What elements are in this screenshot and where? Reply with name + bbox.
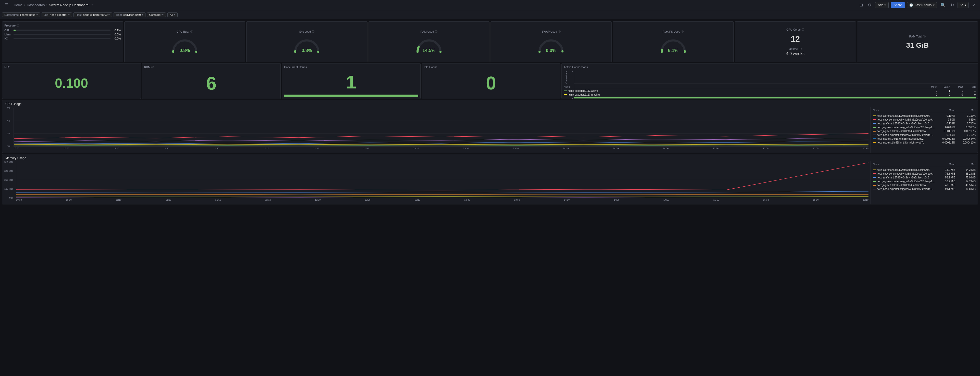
ram-total-panel: RAM Total ⓘ 31 GiB xyxy=(857,21,978,62)
share-button[interactable]: Share xyxy=(891,2,905,8)
pressure-info-icon[interactable]: ⓘ xyxy=(17,24,19,27)
container-chevron: ▾ xyxy=(162,14,164,16)
memory-usage-header: Memory Usage xyxy=(2,154,978,161)
swap-used-value: 0.0% xyxy=(546,48,556,53)
host1-chevron: ▾ xyxy=(108,14,110,16)
all-filter[interactable]: All ▾ xyxy=(167,13,177,17)
dashboard: Pressure ⓘ CPU 0.1% Mem 0.0% I/O xyxy=(0,19,980,208)
sys-load-gauge: 0.8% xyxy=(293,36,321,54)
pressure-title: Pressure ⓘ xyxy=(4,24,121,27)
job-label: Job xyxy=(44,13,48,16)
host1-value: node-exporter:9100 xyxy=(83,13,107,16)
host2-value: cadvisor:8080 xyxy=(123,13,141,16)
conns-bar xyxy=(284,95,418,97)
datasource-filter[interactable]: Datasource Prometheus ▾ xyxy=(2,13,40,17)
cpu-usage-legend: Name Mean Max notz_alertmanager.1.w7fga4… xyxy=(870,107,978,153)
rps-panel: RPS 0.100 xyxy=(2,63,141,99)
pressure-io-value: 0.0% xyxy=(112,37,121,40)
expand-icon[interactable]: ⤢ xyxy=(970,2,977,8)
time-range-chevron: ▾ xyxy=(933,3,935,7)
datasource-label: Datasource xyxy=(4,13,19,16)
cpu-busy-info-icon[interactable]: ⓘ xyxy=(190,30,193,33)
refresh-icon[interactable]: ↻ xyxy=(949,2,956,8)
concurrent-conns-title: Concurrent Conns xyxy=(284,65,418,68)
memory-legend: Name Mean Max notz_alertmanager.1.w7fga4… xyxy=(870,161,978,204)
add-label: Add xyxy=(878,3,883,7)
ram-total-value: 31 GiB xyxy=(906,42,929,49)
pressure-cpu-bar-container xyxy=(14,30,110,31)
cpu-legend-row-0: notz_alertmanager.1.w7fga4gfridxg0j20xhj… xyxy=(873,114,976,118)
menu-icon[interactable]: ☰ xyxy=(3,2,10,8)
topbar: ☰ Home › Dashboards › Swarm Node.js Dash… xyxy=(0,0,980,10)
root-fs-gauge: 6.1% xyxy=(659,36,687,54)
host1-filter[interactable]: Host node-exporter:9100 ▾ xyxy=(73,13,112,17)
rpm-value: 6 xyxy=(144,71,278,97)
pressure-panel: Pressure ⓘ CPU 0.1% Mem 0.0% I/O xyxy=(2,21,123,62)
clock-icon: 🕐 xyxy=(909,3,913,7)
job-value: node-exporter xyxy=(50,13,67,16)
cpu-busy-value: 0.8% xyxy=(180,48,190,53)
datasource-chevron: ▾ xyxy=(37,14,38,16)
cpu-legend-header: Name Mean Max xyxy=(873,109,976,113)
breadcrumb-sep1: › xyxy=(24,3,25,7)
cpu-legend-row-1: notz_cadvisor.snjggw9w3bt8rim620pbwfp10.… xyxy=(873,118,976,122)
time-range-picker[interactable]: 🕐 Last 6 hours ▾ xyxy=(907,2,937,8)
mem-legend-row-4: notz_nginx.1.h9m25i6p3t8nfhd8ul37m0oco 4… xyxy=(873,183,976,187)
ram-used-panel: RAM Used ⓘ 14.5% xyxy=(369,21,490,62)
memory-svg xyxy=(16,162,869,198)
add-button[interactable]: Add ▾ xyxy=(875,2,889,8)
favorite-icon[interactable]: ☆ xyxy=(91,3,94,7)
add-chevron: ▾ xyxy=(884,3,886,7)
active-connections-panel: Active Connections Connections 2 1 xyxy=(562,63,978,99)
concurrent-conns-value: 1 xyxy=(284,70,418,95)
sys-load-info-icon[interactable]: ⓘ xyxy=(312,30,314,33)
cpu-legend-row-3: notz_nginx-exporter.snjggw9w3bt8rim620pb… xyxy=(873,125,976,129)
cpu-usage-header: CPU Usage xyxy=(2,100,978,107)
pressure-mem-bar-container xyxy=(14,34,110,35)
container-filter[interactable]: Container ▾ xyxy=(147,13,166,17)
refresh-interval-label: 5s xyxy=(960,3,963,7)
cpu-usage-body: 6% 4% 2% 0% xyxy=(2,107,978,153)
swap-used-info-icon[interactable]: ⓘ xyxy=(558,30,561,33)
refresh-chevron: ▾ xyxy=(965,3,966,7)
settings-icon[interactable]: ⚙ xyxy=(866,2,873,8)
breadcrumb-dashboards[interactable]: Dashboards xyxy=(27,3,45,7)
pressure-mem-label: Mem xyxy=(4,33,12,36)
container-label: Container xyxy=(149,13,162,16)
host2-filter[interactable]: Host cadvisor:8080 ▾ xyxy=(114,13,145,17)
job-filter[interactable]: Job node-exporter ▾ xyxy=(41,13,72,17)
mem-legend-row-2: notz_grafana.1.37689k3s9m4y7u5x3scsrd0s8… xyxy=(873,176,976,179)
tv-icon[interactable]: ⊡ xyxy=(858,2,864,8)
ram-total-title: RAM Total ⓘ xyxy=(909,35,926,38)
ac-chart-svg xyxy=(574,70,976,99)
cpu-legend-row-7: notz_nodejs.2.in45l!amt|fkhmxivhhxvbb7d … xyxy=(873,141,976,144)
all-chevron: ▾ xyxy=(174,14,175,16)
swap-used-panel: SWAP Used ⓘ 0.0% xyxy=(490,21,612,62)
pressure-io-row: I/O 0.0% xyxy=(4,37,121,40)
cpu-usage-chart-area: 6% 4% 2% 0% xyxy=(2,107,870,153)
sys-load-title: Sys Load ⓘ xyxy=(299,30,314,33)
sys-load-panel: Sys Load ⓘ 0.8% xyxy=(246,21,368,62)
cpu-legend-row-2: notz_grafana.1.37689k3s9m4y7u5x3scsrd0s8… xyxy=(873,122,976,125)
ram-used-info-icon[interactable]: ⓘ xyxy=(435,30,438,33)
ram-total-info-icon[interactable]: ⓘ xyxy=(923,35,926,38)
rpm-panel: RPM ⓘ 6 xyxy=(142,63,281,99)
cpu-usage-y-labels: 6% 4% 2% 0% xyxy=(2,107,11,148)
time-range-label: Last 6 hours xyxy=(915,3,932,7)
cpu-usage-panel: CPU Usage 6% 4% 2% 0% xyxy=(2,100,978,153)
memory-y-labels: 512 MiB 384 MiB 256 MiB 128 MiB 0 B xyxy=(2,161,14,199)
rpm-info-icon[interactable]: ⓘ xyxy=(151,65,154,69)
cpu-cores-info-icon[interactable]: ⓘ xyxy=(802,28,804,31)
uptime-title: Uptime ⓘ xyxy=(789,47,802,51)
rps-value: 0.100 xyxy=(4,70,138,97)
idle-conns-panel: Idle Conns 0 xyxy=(422,63,560,99)
zoom-out-icon[interactable]: 🔍 xyxy=(939,2,947,8)
pressure-mem-value: 0.0% xyxy=(112,33,121,36)
refresh-interval[interactable]: 5s ▾ xyxy=(958,2,969,8)
root-fs-panel: Root FS Used ⓘ 6.1% xyxy=(613,21,734,62)
breadcrumb-home[interactable]: Home xyxy=(14,3,23,7)
ac-color-1 xyxy=(564,90,567,91)
uptime-info-icon[interactable]: ⓘ xyxy=(799,47,802,51)
mem-legend-header: Name Mean Max xyxy=(873,163,976,167)
root-fs-info-icon[interactable]: ⓘ xyxy=(681,30,684,33)
